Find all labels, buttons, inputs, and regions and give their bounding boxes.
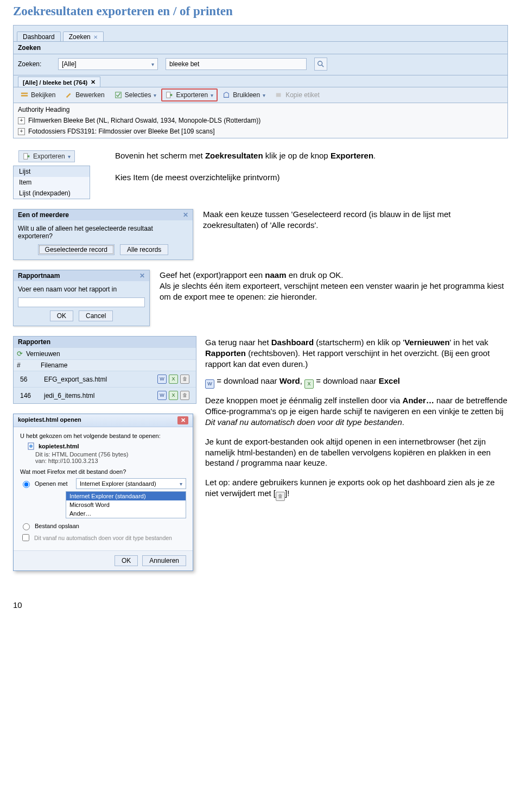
btn-label: Kopie etiket bbox=[285, 91, 320, 99]
ok-button[interactable]: OK bbox=[115, 555, 138, 566]
cell-num: 56 bbox=[17, 374, 41, 385]
select-value: Internet Explorer (standaard) bbox=[80, 480, 156, 487]
result-tab[interactable]: [Alle] / bleeke bet (764) ✕ bbox=[18, 77, 100, 87]
list-item[interactable]: Authority Heading bbox=[18, 104, 507, 115]
delete-icon: 🗑 bbox=[276, 492, 285, 501]
ok-button[interactable]: OK bbox=[50, 310, 73, 321]
expand-icon[interactable]: + bbox=[18, 117, 25, 124]
annuleren-button[interactable]: Annuleren bbox=[142, 555, 186, 566]
delete-icon[interactable]: 🗑 bbox=[180, 375, 189, 384]
label-icon bbox=[275, 91, 283, 99]
bewerken-button[interactable]: Bewerken bbox=[60, 88, 109, 101]
bruikleen-button[interactable]: Bruikleen ▾ bbox=[218, 88, 270, 101]
col-num: # bbox=[14, 360, 37, 371]
paragraph: Let op: andere gebruikers kunnen je expo… bbox=[205, 477, 508, 501]
btn-label: Bekijken bbox=[31, 91, 55, 99]
word-icon: W bbox=[205, 379, 214, 389]
svg-rect-6 bbox=[276, 93, 281, 97]
dialog-line: Wat moet Firefox met dit bestand doen? bbox=[20, 468, 186, 475]
dialog-title: Rapportnaam bbox=[18, 272, 60, 280]
open-with-select[interactable]: Internet Explorer (standaard) ▾ bbox=[76, 478, 186, 489]
panel-title: Rapporten bbox=[14, 337, 196, 347]
close-icon[interactable]: ✕ bbox=[91, 79, 96, 86]
row-text: Filmwerken Bleeke Bet (NL, Richard Oswal… bbox=[28, 117, 260, 124]
row-text: Fotodossiers FDS3191: Filmdossier over B… bbox=[28, 128, 215, 135]
table-row[interactable]: 146 jedi_6_items.html W X 🗑 bbox=[14, 387, 196, 403]
loan-icon bbox=[223, 91, 230, 99]
expand-icon[interactable]: + bbox=[18, 128, 25, 135]
exporteren-button[interactable]: Exporteren ▾ bbox=[161, 88, 218, 101]
paragraph: Maak een keuze tussen 'Geselecteerd reco… bbox=[203, 209, 508, 231]
vernieuwen-row[interactable]: ⟳ Vernieuwen bbox=[14, 347, 196, 359]
btn-label: Bewerken bbox=[75, 91, 104, 99]
open-with-dropdown: Internet Explorer (standaard) Microsoft … bbox=[66, 491, 186, 518]
html-file-icon bbox=[28, 442, 35, 450]
paragraph: Kies Item (de meest overzichtelijke prin… bbox=[115, 172, 508, 183]
close-icon[interactable]: ✕ bbox=[177, 416, 188, 424]
dropdown-item[interactable]: Internet Explorer (standaard) bbox=[66, 492, 186, 500]
edit-icon bbox=[65, 91, 73, 99]
save-file-radio[interactable] bbox=[23, 523, 30, 530]
svg-point-9 bbox=[29, 445, 33, 448]
search-scope-select[interactable]: [Alle] ▾ bbox=[58, 58, 158, 70]
rapportnaam-dialog: Rapportnaam✕ Voer een naam voor het rapp… bbox=[13, 270, 150, 326]
svg-rect-5 bbox=[167, 92, 170, 98]
selection-icon bbox=[115, 91, 122, 99]
open-with-label: Openen met bbox=[35, 480, 73, 487]
dropdown-item[interactable]: Microsoft Word bbox=[66, 500, 186, 509]
excel-icon[interactable]: X bbox=[169, 375, 178, 384]
exporteren-dropdown[interactable]: Exporteren ▾ bbox=[18, 150, 75, 162]
tab-zoeken[interactable]: Zoeken ✕ bbox=[63, 31, 104, 41]
menu-item-item[interactable]: Item bbox=[14, 177, 90, 188]
row-text: Authority Heading bbox=[18, 106, 69, 113]
open-with-radio[interactable] bbox=[23, 481, 30, 488]
svg-rect-2 bbox=[21, 93, 28, 94]
tab-dashboard[interactable]: Dashboard bbox=[17, 31, 61, 41]
report-name-input[interactable] bbox=[18, 297, 145, 307]
delete-icon[interactable]: 🗑 bbox=[180, 391, 189, 400]
chevron-down-icon: ▾ bbox=[151, 61, 154, 67]
tab-label: Dashboard bbox=[23, 33, 55, 41]
close-icon[interactable]: ✕ bbox=[139, 272, 145, 280]
svg-line-1 bbox=[322, 65, 324, 67]
table-row[interactable]: 56 EFG_export_sas.html W X 🗑 bbox=[14, 371, 196, 387]
cell-filename: jedi_6_items.html bbox=[41, 390, 153, 401]
search-input[interactable]: bleeke bet bbox=[166, 58, 307, 70]
search-label: Zoeken: bbox=[18, 60, 50, 68]
btn-label: Bruikleen bbox=[233, 91, 260, 99]
geselecteerde-record-button[interactable]: Geselecteerde record bbox=[38, 244, 115, 255]
input-value: bleeke bet bbox=[169, 60, 199, 68]
excel-icon: X bbox=[304, 379, 314, 389]
chevron-down-icon: ▾ bbox=[180, 481, 182, 487]
list-item[interactable]: +Fotodossiers FDS3191: Filmdossier over … bbox=[18, 126, 507, 137]
zoeken-panel-label: Zoeken bbox=[14, 41, 507, 54]
list-item[interactable]: +Filmwerken Bleeke Bet (NL, Richard Oswa… bbox=[18, 115, 507, 126]
col-filename: Filename bbox=[37, 360, 156, 371]
word-icon[interactable]: W bbox=[157, 375, 167, 384]
auto-checkbox[interactable] bbox=[22, 534, 29, 541]
auto-label: Dit vanaf nu automatisch doen voor dit t… bbox=[34, 535, 172, 541]
page-number: 10 bbox=[13, 581, 508, 615]
paragraph: Geef het (export)rapport een naam en dru… bbox=[160, 270, 508, 281]
cell-filename: EFG_export_sas.html bbox=[41, 374, 153, 385]
refresh-icon: ⟳ bbox=[17, 350, 23, 358]
alle-records-button[interactable]: Alle records bbox=[120, 244, 168, 255]
btn-label: Exporteren bbox=[176, 91, 208, 99]
menu-item-lijst[interactable]: Lijst bbox=[14, 166, 90, 177]
chevron-down-icon: ▾ bbox=[68, 154, 71, 160]
close-icon[interactable]: ✕ bbox=[93, 34, 98, 40]
select-value: [Alle] bbox=[62, 60, 77, 68]
rapporten-panel: Rapporten ⟳ Vernieuwen # Filename 56 EFG… bbox=[13, 336, 196, 404]
view-icon bbox=[21, 91, 28, 99]
menu-item-lijst-indexpaden[interactable]: Lijst (indexpaden) bbox=[14, 188, 90, 199]
search-button[interactable] bbox=[314, 58, 327, 71]
dialog-prompt: Voer een naam voor het rapport in bbox=[18, 286, 145, 293]
word-icon[interactable]: W bbox=[157, 391, 167, 400]
excel-icon[interactable]: X bbox=[169, 391, 178, 400]
dropdown-item[interactable]: Ander… bbox=[66, 509, 186, 518]
bekijken-button[interactable]: Bekijken bbox=[16, 88, 60, 101]
close-icon[interactable]: ✕ bbox=[183, 211, 188, 219]
selecties-button[interactable]: Selecties ▾ bbox=[110, 88, 162, 101]
paragraph: Ga terug naar het Dashboard (startscherm… bbox=[205, 337, 508, 369]
cancel-button[interactable]: Cancel bbox=[79, 310, 113, 321]
